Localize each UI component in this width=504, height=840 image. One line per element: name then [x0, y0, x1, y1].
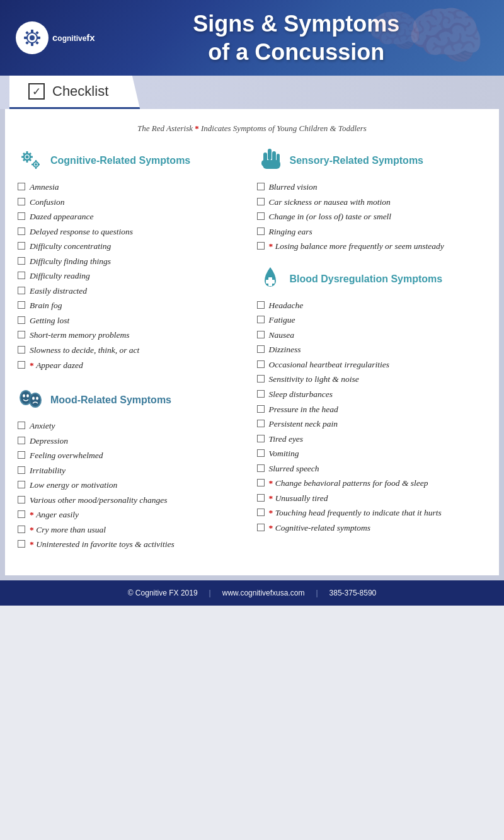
svg-rect-12 — [26, 151, 28, 154]
svg-point-1 — [30, 35, 35, 40]
list-item: Change in (or loss of) taste or smell — [257, 211, 487, 222]
svg-rect-24 — [32, 164, 33, 165]
checklist-checkbox-icon: ✓ — [28, 83, 45, 100]
list-item: Slurred speech — [257, 463, 487, 475]
list-item: Occasional heartbeat irregularities — [257, 359, 487, 371]
svg-point-28 — [23, 394, 25, 398]
svg-point-21 — [35, 163, 37, 166]
svg-rect-15 — [30, 156, 33, 158]
list-item: * Appear dazed — [18, 360, 248, 371]
list-item: Dizziness — [257, 344, 487, 355]
sensory-icon — [257, 147, 284, 174]
list-item: * Change behavioral patterns for food & … — [257, 478, 487, 489]
checklist-banner-label: Checklist — [52, 83, 108, 100]
list-item: Sensitivity to light & noise — [257, 374, 487, 385]
list-item: Easily distracted — [18, 285, 248, 297]
list-item: * Losing balance more frequently or seem… — [257, 241, 487, 252]
cognitive-list: Amnesia Confusion Dazed appearance Delay… — [18, 181, 248, 371]
footer: © Cognitive FX 2019 | www.cognitivefxusa… — [0, 580, 504, 606]
blood-list: Headache Fatigue Nausea Dizziness Occasi… — [257, 300, 487, 534]
list-item: * Cry more than usual — [18, 524, 248, 536]
footer-sep1: | — [209, 589, 211, 597]
mood-icon — [18, 386, 44, 413]
list-item: Short-term memory problems — [18, 330, 248, 341]
svg-point-31 — [30, 394, 40, 406]
list-item: * Anger easily — [18, 509, 248, 521]
svg-rect-4 — [24, 37, 27, 39]
list-item: Nausea — [257, 330, 487, 341]
sensory-section: Sensory-Related Symptoms Blurred vision … — [257, 147, 487, 252]
list-item: Pressure in the head — [257, 404, 487, 415]
blood-section-title: Blood Dysregulation Symptoms — [290, 273, 443, 285]
svg-point-29 — [26, 394, 29, 398]
svg-point-33 — [36, 397, 38, 400]
list-item: Feeling overwhelmed — [18, 450, 248, 461]
sensory-list: Blurred vision Car sickness or nausea wi… — [257, 181, 487, 252]
list-item: Blurred vision — [257, 181, 487, 193]
svg-rect-23 — [35, 167, 37, 169]
list-item: Car sickness or nausea with motion — [257, 197, 487, 208]
blood-icon — [257, 266, 284, 292]
svg-rect-41 — [266, 280, 275, 284]
list-item: Difficulty reading — [18, 270, 248, 282]
list-item: Delayed response to questions — [18, 226, 248, 238]
footer-phone: 385-375-8590 — [329, 589, 377, 597]
list-item: Difficulty finding things — [18, 256, 248, 267]
logo: cognitivefx — [16, 21, 95, 54]
list-item: Amnesia — [18, 181, 248, 193]
list-item: Persistent neck pain — [257, 418, 487, 430]
list-item: Getting lost — [18, 315, 248, 326]
svg-rect-5 — [37, 37, 40, 39]
svg-rect-2 — [31, 30, 33, 33]
logo-text: cognitivefx — [52, 33, 95, 43]
list-item: Dazed appearance — [18, 211, 248, 222]
list-item: Confusion — [18, 197, 248, 208]
footer-website: www.cognitivefxusa.com — [222, 589, 305, 597]
list-item: Headache — [257, 300, 487, 311]
svg-rect-3 — [31, 43, 33, 46]
svg-rect-39 — [261, 160, 267, 166]
list-item: Irritability — [18, 465, 248, 476]
footer-copyright: © Cognitive FX 2019 — [128, 589, 198, 597]
list-item: Difficulty concentrating — [18, 241, 248, 252]
list-item: Fatigue — [257, 314, 487, 326]
list-item: Sleep disturbances — [257, 389, 487, 400]
cognitive-icon — [18, 147, 44, 174]
list-item: * Unusually tired — [257, 493, 487, 504]
list-item: Low energy or motivation — [18, 480, 248, 491]
list-item: Ringing ears — [257, 226, 487, 238]
svg-rect-22 — [35, 160, 37, 162]
cognitive-section-title: Cognitive-Related Symptoms — [50, 154, 190, 166]
svg-rect-34 — [268, 149, 272, 160]
svg-rect-13 — [26, 160, 28, 163]
list-item: * Uninterested in favorite toys & activi… — [18, 539, 248, 550]
mood-section: Mood-Related Symptoms Anxiety Depression… — [18, 386, 248, 550]
footer-sep2: | — [316, 589, 318, 597]
list-item: Depression — [18, 435, 248, 447]
cognitive-section: Cognitive-Related Symptoms Amnesia Confu… — [18, 147, 248, 371]
blood-section: Blood Dysregulation Symptoms Headache Fa… — [257, 266, 487, 534]
list-item: Vomiting — [257, 448, 487, 459]
svg-point-32 — [32, 397, 35, 400]
list-item: Brain fog — [18, 300, 248, 311]
list-item: * Touching head frequently to indicate t… — [257, 507, 487, 519]
mood-section-title: Mood-Related Symptoms — [50, 394, 171, 406]
list-item: * Cognitive-related symptoms — [257, 522, 487, 534]
asterisk-note: The Red Asterisk * Indicates Symptoms of… — [18, 124, 486, 134]
svg-rect-14 — [21, 156, 24, 158]
sensory-section-title: Sensory-Related Symptoms — [290, 154, 424, 166]
logo-icon — [16, 21, 49, 54]
list-item: Slowness to decide, think, or act — [18, 345, 248, 356]
main-card: The Red Asterisk * Indicates Symptoms of… — [5, 109, 499, 575]
svg-point-11 — [26, 156, 29, 159]
svg-rect-25 — [38, 164, 40, 165]
list-item: Tired eyes — [257, 434, 487, 445]
mood-list: Anxiety Depression Feeling overwhelmed I… — [18, 420, 248, 550]
list-item: Various other mood/personality changes — [18, 495, 248, 506]
list-item: Anxiety — [18, 420, 248, 432]
